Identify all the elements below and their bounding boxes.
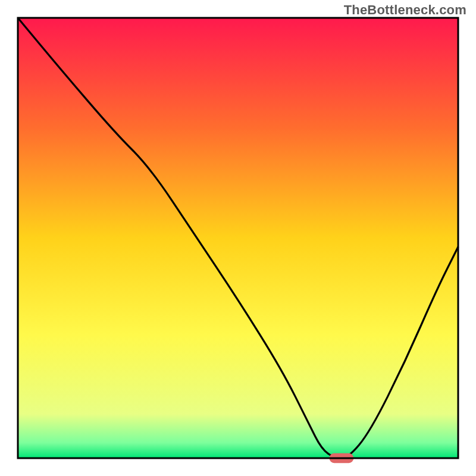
- watermark: TheBottleneck.com: [344, 2, 466, 18]
- plot-background: [18, 18, 458, 458]
- plot-area: [18, 18, 458, 463]
- chart-container: TheBottleneck.com: [0, 0, 476, 476]
- chart-svg: [0, 0, 476, 476]
